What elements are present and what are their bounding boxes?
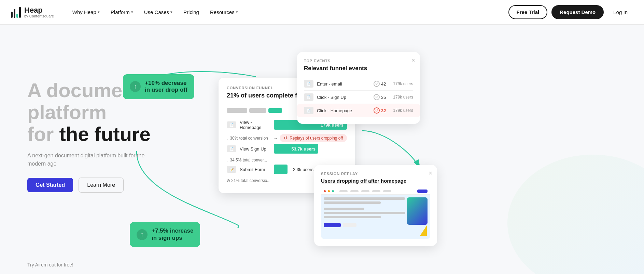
hero-buttons: Get Started Learn More xyxy=(27,178,191,193)
chevron-down-icon: ▾ xyxy=(98,10,100,14)
funnel-count-2: 53.7k users xyxy=(291,146,316,152)
event-circle-2: ↺ xyxy=(374,94,380,100)
nav-item-pricing[interactable]: Pricing xyxy=(179,6,204,18)
request-demo-button[interactable]: Request Demo xyxy=(551,5,604,19)
top-events-label: TOP EVENTS xyxy=(304,59,413,63)
text-line-2 xyxy=(324,201,381,204)
logo-name: Heap xyxy=(24,6,54,14)
badge-decrease: ↑ +10% decrease in user drop off xyxy=(123,74,194,99)
event-circle-1: ↺ xyxy=(374,81,380,87)
funnel-bar-1 xyxy=(227,108,247,113)
page-icon: 📄 xyxy=(227,121,236,128)
mini-nav-link-5 xyxy=(383,190,391,192)
event-num-1: 42 xyxy=(381,81,389,87)
nav-item-why-heap[interactable]: Why Heap ▾ xyxy=(68,6,104,18)
logo[interactable]: Heap by Contentsquare xyxy=(11,6,54,18)
event-users-2: 179k users xyxy=(393,95,413,100)
event-icon-1: 📄 xyxy=(304,80,313,88)
top-events-close-button[interactable]: × xyxy=(411,57,415,64)
chevron-down-icon: ▾ xyxy=(170,10,172,14)
funnel-row-signup: 📄 View Sign Up 53.7k users xyxy=(227,144,347,154)
funnel-bar-medium: 53.7k users xyxy=(274,144,318,154)
session-replay-close-button[interactable]: × xyxy=(429,170,432,177)
text-line-4 xyxy=(324,212,405,214)
mini-nav-links xyxy=(339,190,391,192)
form-icon: 📝 xyxy=(227,166,236,173)
funnel-bar-3 xyxy=(268,108,282,113)
learn-more-button[interactable]: Learn More xyxy=(79,178,124,193)
login-button[interactable]: Log In xyxy=(608,6,633,18)
event-name-3: Click - Homepage xyxy=(317,108,370,113)
event-icon-3: 📄 xyxy=(304,107,313,114)
event-num-3: 32 xyxy=(381,108,389,113)
session-replay-label: SESSION REPLAY xyxy=(321,172,430,176)
event-icon-2: 📄 xyxy=(304,93,313,101)
session-replay-card: × SESSION REPLAY Users dropping off afte… xyxy=(314,165,437,246)
funnel-row-label-2: View Sign Up xyxy=(240,146,270,152)
free-trial-button[interactable]: Free Trial xyxy=(508,5,548,19)
funnel-row-label-3: Submit Form xyxy=(240,167,270,172)
event-row-1: 📄 Enter - email ↺ 42 179k users xyxy=(304,77,413,91)
session-preview xyxy=(321,188,430,239)
event-num-wrap-1: ↺ 42 xyxy=(374,81,389,87)
arrow-up-icon: ↑ xyxy=(130,81,141,92)
event-name-2: Click - Sign Up xyxy=(317,95,370,100)
page-icon-2: 📄 xyxy=(227,145,236,152)
nav-item-use-cases[interactable]: Use Cases ▾ xyxy=(139,6,177,18)
event-circle-3: ↺ xyxy=(374,107,380,114)
nav-links: Why Heap ▾ Platform ▾ Use Cases ▾ Pricin… xyxy=(68,6,508,18)
nav-item-resources[interactable]: Resources ▾ xyxy=(205,6,243,18)
funnel-bar-small xyxy=(274,165,288,174)
replay-button-1[interactable]: ↺ Replays of users dropping off xyxy=(280,134,347,142)
mini-nav-dot-green xyxy=(332,190,334,192)
event-users-3: 179k users xyxy=(393,108,413,113)
logo-sub: by Contentsquare xyxy=(24,14,54,18)
event-num-2: 35 xyxy=(381,95,389,100)
mini-nav-dot-red xyxy=(324,190,326,192)
event-num-wrap-2: ↺ 35 xyxy=(374,94,389,100)
badge-increase-text: +7.5% increase in sign ups xyxy=(152,227,193,242)
session-replay-title: Users dropping off after homepage xyxy=(321,178,430,184)
event-users-1: 179k users xyxy=(393,81,413,86)
funnel-bar-2 xyxy=(249,108,266,113)
chevron-down-icon: ▾ xyxy=(236,10,238,14)
funnel-count-3: 2.3k users xyxy=(293,167,313,172)
session-text-block xyxy=(324,197,405,227)
mini-btn-row xyxy=(324,221,405,227)
mini-cta-btn xyxy=(324,223,341,227)
event-row-3-highlighted: 📄 Click - Homepage ↺ 32 179k users xyxy=(297,104,420,117)
text-line-5 xyxy=(324,216,381,218)
conversion-note-2: ↓ 34.5% total conver... xyxy=(227,158,347,162)
navbar: Heap by Contentsquare Why Heap ▾ Platfor… xyxy=(0,0,644,25)
session-triangle-decoration xyxy=(420,225,427,236)
nav-right: Free Trial Request Demo Log In xyxy=(508,5,633,19)
mini-learn-btn xyxy=(343,223,356,227)
mini-nav-dot-yellow xyxy=(328,190,330,192)
arrow-up-icon-2: ↑ xyxy=(137,229,148,240)
badge-increase: ↑ +7.5% increase in sign ups xyxy=(130,222,200,247)
nav-item-platform[interactable]: Platform ▾ xyxy=(106,6,138,18)
text-line-3 xyxy=(324,208,364,210)
background-decoration xyxy=(507,155,644,274)
event-name-1: Enter - email xyxy=(317,81,370,87)
text-line-1 xyxy=(324,197,405,200)
logo-text: Heap by Contentsquare xyxy=(24,6,54,18)
mini-nav-link-2 xyxy=(350,190,359,192)
funnel-row-label: View -Homepage xyxy=(240,120,270,130)
mini-nav-link-1 xyxy=(339,190,348,192)
get-started-button[interactable]: Get Started xyxy=(27,178,73,192)
session-mini-image xyxy=(407,197,428,225)
event-num-wrap-3: ↺ 32 xyxy=(374,107,389,114)
conversion-note-1: ↓ 30% total conversion → ↺ Replays of us… xyxy=(227,134,347,142)
mini-nav-link-3 xyxy=(361,190,369,192)
event-row-2: 📄 Click - Sign Up ↺ 35 179k users xyxy=(304,91,413,104)
mini-nav-cta-btn xyxy=(417,190,428,193)
bottom-text: Try Airem out for free! xyxy=(27,262,73,268)
top-events-title: Relevant funnel events xyxy=(304,65,413,72)
hero-subtitle: A next-gen document digital platform bui… xyxy=(27,152,150,168)
session-mini-nav xyxy=(321,188,430,195)
session-mini-content xyxy=(321,195,430,230)
mini-nav-link-4 xyxy=(372,190,380,192)
chevron-down-icon: ▾ xyxy=(131,10,133,14)
main-content: A document platformfor the future A next… xyxy=(0,25,644,274)
